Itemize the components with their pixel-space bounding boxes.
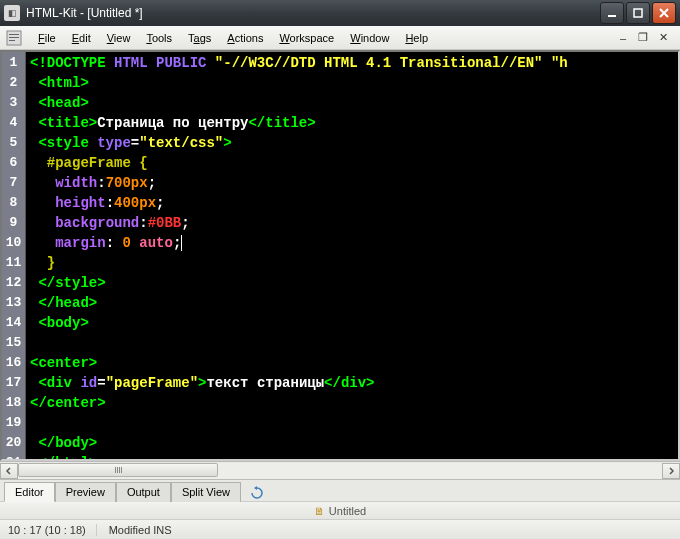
line-number: 9 xyxy=(2,213,25,233)
app-icon: ◧ xyxy=(4,5,20,21)
code-line: <head> xyxy=(30,93,674,113)
line-number: 2 xyxy=(2,73,25,93)
line-number: 8 xyxy=(2,193,25,213)
close-button[interactable] xyxy=(652,2,676,24)
code-line xyxy=(30,413,674,433)
menu-edit[interactable]: Edit xyxy=(64,30,99,46)
line-number: 7 xyxy=(2,173,25,193)
svg-rect-0 xyxy=(608,15,616,17)
line-number: 14 xyxy=(2,313,25,333)
code-line: <body> xyxy=(30,313,674,333)
menu-tags[interactable]: Tags xyxy=(180,30,219,46)
code-line: width:700px; xyxy=(30,173,674,193)
tab-split-view[interactable]: Split View xyxy=(171,482,241,502)
line-number: 18 xyxy=(2,393,25,413)
scroll-track[interactable] xyxy=(18,463,662,479)
view-tabbar: EditorPreviewOutputSplit View xyxy=(0,479,680,501)
line-number: 20 xyxy=(2,433,25,453)
refresh-icon[interactable] xyxy=(249,485,265,501)
maximize-button[interactable] xyxy=(626,2,650,24)
code-line: <div id="pageFrame">текст страницы</div> xyxy=(30,373,674,393)
code-line: <html> xyxy=(30,73,674,93)
code-line: <style type="text/css"> xyxy=(30,133,674,153)
code-line: </style> xyxy=(30,273,674,293)
line-number: 3 xyxy=(2,93,25,113)
code-line: </html> xyxy=(30,453,674,459)
mdi-close-button[interactable]: ✕ xyxy=(656,31,670,45)
svg-rect-5 xyxy=(9,40,15,41)
document-icon: 🗎 xyxy=(314,505,325,517)
code-line: <title>Страница по центру</title> xyxy=(30,113,674,133)
horizontal-scrollbar[interactable] xyxy=(0,461,680,479)
line-number: 12 xyxy=(2,273,25,293)
code-line: </body> xyxy=(30,433,674,453)
menu-window[interactable]: Window xyxy=(342,30,397,46)
window-title: HTML-Kit - [Untitled *] xyxy=(26,6,600,20)
line-number: 4 xyxy=(2,113,25,133)
line-number: 16 xyxy=(2,353,25,373)
window-controls xyxy=(600,2,676,24)
document-tabbar: 🗎 Untitled xyxy=(0,501,680,519)
line-number: 15 xyxy=(2,333,25,353)
document-tab-label[interactable]: Untitled xyxy=(329,505,366,517)
line-number: 13 xyxy=(2,293,25,313)
menubar: FileEditViewToolsTagsActionsWorkspaceWin… xyxy=(0,26,680,50)
scroll-thumb[interactable] xyxy=(18,463,218,477)
line-gutter: 123456789101112131415161718192021 xyxy=(2,52,26,459)
line-number: 19 xyxy=(2,413,25,433)
svg-rect-3 xyxy=(9,34,19,35)
code-line: <center> xyxy=(30,353,674,373)
mdi-restore-button[interactable]: ❐ xyxy=(636,31,650,45)
tab-preview[interactable]: Preview xyxy=(55,482,116,502)
tab-editor[interactable]: Editor xyxy=(4,482,55,502)
menu-app-icon[interactable] xyxy=(6,30,22,46)
code-line: </center> xyxy=(30,393,674,413)
line-number: 11 xyxy=(2,253,25,273)
code-line: } xyxy=(30,253,674,273)
line-number: 21 xyxy=(2,453,25,461)
menu-view[interactable]: View xyxy=(99,30,139,46)
svg-rect-1 xyxy=(634,9,642,17)
menu-actions[interactable]: Actions xyxy=(219,30,271,46)
status-mode: Modified INS xyxy=(109,524,172,536)
menu-tools[interactable]: Tools xyxy=(138,30,180,46)
editor-area: 123456789101112131415161718192021 <!DOCT… xyxy=(0,50,680,461)
menu-workspace[interactable]: Workspace xyxy=(271,30,342,46)
menu-file[interactable]: File xyxy=(30,30,64,46)
titlebar: ◧ HTML-Kit - [Untitled *] xyxy=(0,0,680,26)
code-line xyxy=(30,333,674,353)
code-line: background:#0BB; xyxy=(30,213,674,233)
scroll-right-button[interactable] xyxy=(662,463,680,479)
mdi-controls: – ❐ ✕ xyxy=(616,31,674,45)
code-line: height:400px; xyxy=(30,193,674,213)
line-number: 10 xyxy=(2,233,25,253)
line-number: 17 xyxy=(2,373,25,393)
svg-rect-4 xyxy=(9,37,19,38)
scroll-left-button[interactable] xyxy=(0,463,18,479)
code-editor[interactable]: <!DOCTYPE HTML PUBLIC "-//W3C//DTD HTML … xyxy=(26,52,678,459)
status-position: 10 : 17 (10 : 18) xyxy=(8,524,97,536)
line-number: 6 xyxy=(2,153,25,173)
menu-help[interactable]: Help xyxy=(397,30,436,46)
mdi-minimize-button[interactable]: – xyxy=(616,31,630,45)
code-line: </head> xyxy=(30,293,674,313)
code-line: <!DOCTYPE HTML PUBLIC "-//W3C//DTD HTML … xyxy=(30,53,674,73)
tab-output[interactable]: Output xyxy=(116,482,171,502)
line-number: 1 xyxy=(2,53,25,73)
minimize-button[interactable] xyxy=(600,2,624,24)
code-line: margin: 0 auto; xyxy=(30,233,674,253)
line-number: 5 xyxy=(2,133,25,153)
code-line: #pageFrame { xyxy=(30,153,674,173)
statusbar: 10 : 17 (10 : 18) Modified INS xyxy=(0,519,680,539)
